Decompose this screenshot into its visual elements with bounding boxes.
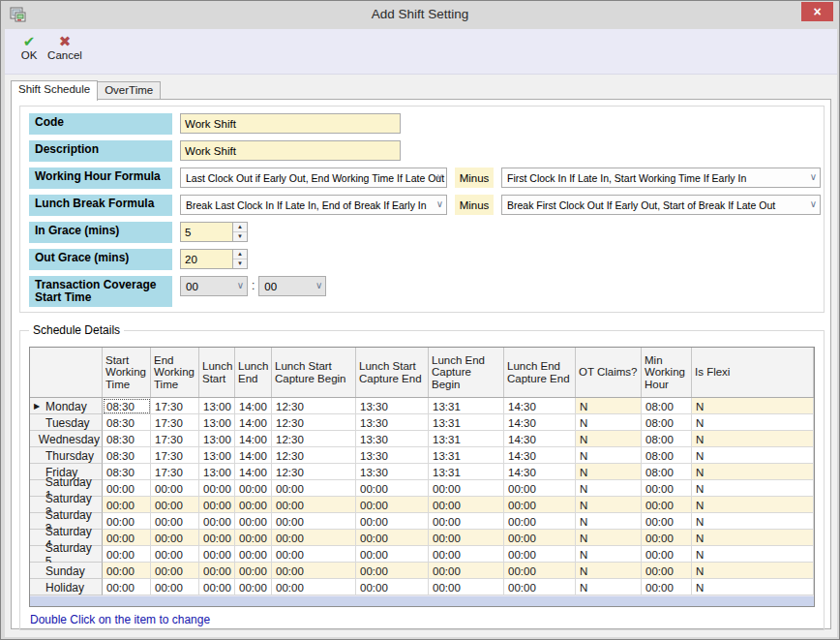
grid-cell[interactable]: N xyxy=(692,579,814,595)
grid-cell[interactable]: 00:00 xyxy=(199,480,235,497)
grid-cell[interactable]: N xyxy=(692,497,814,513)
grid-cell[interactable]: N xyxy=(576,431,642,447)
grid-cell[interactable]: 00:00 xyxy=(151,563,199,579)
grid-cell[interactable]: 00:00 xyxy=(151,530,199,546)
grid-cell[interactable]: 00:00 xyxy=(272,546,356,563)
grid-cell[interactable]: 12:30 xyxy=(272,464,356,480)
grid-cell[interactable]: 00:00 xyxy=(429,579,504,595)
grid-cell[interactable]: 17:30 xyxy=(151,464,199,480)
row-header[interactable]: Wednesday xyxy=(30,431,103,447)
grid-cell[interactable]: N xyxy=(576,447,642,464)
grid-cell[interactable]: 08:00 xyxy=(642,414,692,431)
grid-cell[interactable]: 00:00 xyxy=(103,563,151,579)
column-header[interactable]: Min Working Hour xyxy=(642,348,692,397)
grid-cell[interactable]: 00:00 xyxy=(151,513,199,530)
lunch-break-formula-in-select[interactable]: Break Last Clock In If Late In, End of B… xyxy=(180,195,447,215)
grid-cell[interactable]: 00:00 xyxy=(356,530,429,546)
grid-cell[interactable]: 17:30 xyxy=(151,431,199,447)
grid-cell[interactable]: 08:30 xyxy=(103,414,151,431)
grid-cell[interactable]: N xyxy=(692,546,814,563)
grid-cell[interactable]: N xyxy=(576,414,642,431)
column-header[interactable]: Lunch Start Capture Begin xyxy=(272,348,356,397)
grid-cell[interactable]: 00:00 xyxy=(103,546,151,563)
grid-cell[interactable]: N xyxy=(576,398,642,414)
grid-cell[interactable]: 00:00 xyxy=(429,530,504,546)
grid-cell[interactable]: 00:00 xyxy=(199,546,235,563)
grid-cell[interactable]: 00:00 xyxy=(429,563,504,579)
grid-cell[interactable]: 00:00 xyxy=(199,563,235,579)
grid-cell[interactable]: 13:31 xyxy=(429,398,504,414)
grid-cell[interactable]: 00:00 xyxy=(199,497,235,513)
row-header[interactable]: Saturday 5 xyxy=(30,546,103,563)
grid-cell[interactable]: 14:30 xyxy=(504,398,576,414)
grid-cell[interactable]: N xyxy=(692,464,814,480)
grid-cell[interactable]: 00:00 xyxy=(642,480,692,497)
spin-up-icon[interactable]: ▲ xyxy=(233,223,247,232)
grid-cell[interactable]: 00:00 xyxy=(235,480,272,497)
grid-cell[interactable]: 00:00 xyxy=(642,546,692,563)
grid-cell[interactable]: 08:30 xyxy=(103,464,151,480)
grid-cell[interactable]: 17:30 xyxy=(151,398,199,414)
working-hour-formula-in-select[interactable]: First Clock In If Late In, Start Working… xyxy=(501,168,821,188)
grid-cell[interactable]: 14:30 xyxy=(504,447,576,464)
code-input[interactable] xyxy=(180,113,401,134)
grid-cell[interactable]: 00:00 xyxy=(504,497,576,513)
column-header[interactable]: Lunch End Capture End xyxy=(504,348,576,397)
grid-cell[interactable]: 00:00 xyxy=(235,497,272,513)
column-header[interactable]: Lunch Start xyxy=(199,348,235,397)
grid-cell[interactable]: 08:00 xyxy=(642,431,692,447)
out-grace-input[interactable] xyxy=(180,249,232,269)
grid-cell[interactable]: 13:00 xyxy=(199,414,235,431)
grid-cell[interactable]: 17:30 xyxy=(151,447,199,464)
grid-cell[interactable]: 00:00 xyxy=(151,546,199,563)
grid-cell[interactable]: N xyxy=(692,414,814,431)
grid-cell[interactable]: 00:00 xyxy=(356,480,429,497)
grid-cell[interactable]: 00:00 xyxy=(272,530,356,546)
grid-cell[interactable]: 12:30 xyxy=(272,431,356,447)
grid-cell[interactable]: 13:30 xyxy=(356,431,429,447)
grid-cell[interactable]: 00:00 xyxy=(272,480,356,497)
grid-cell[interactable]: 08:00 xyxy=(642,464,692,480)
column-header[interactable]: Is Flexi xyxy=(692,348,814,397)
grid-cell[interactable]: N xyxy=(576,497,642,513)
grid-cell[interactable]: 13:00 xyxy=(199,431,235,447)
grid-cell[interactable]: 00:00 xyxy=(235,546,272,563)
grid-cell[interactable]: 17:30 xyxy=(151,414,199,431)
grid-cell[interactable]: 00:00 xyxy=(429,497,504,513)
grid-cell[interactable]: 00:00 xyxy=(504,530,576,546)
grid-cell[interactable]: 12:30 xyxy=(272,398,356,414)
grid-cell[interactable]: 00:00 xyxy=(356,497,429,513)
close-button[interactable]: × xyxy=(801,2,833,21)
grid-cell[interactable]: 13:00 xyxy=(199,464,235,480)
grid-cell[interactable]: 00:00 xyxy=(235,530,272,546)
grid-cell[interactable]: 13:31 xyxy=(429,464,504,480)
grid-cell[interactable]: 00:00 xyxy=(199,530,235,546)
description-input[interactable] xyxy=(180,140,401,161)
column-header[interactable]: Lunch Start Capture End xyxy=(356,348,429,397)
grid-cell[interactable]: 00:00 xyxy=(103,497,151,513)
grid-cell[interactable]: N xyxy=(576,464,642,480)
coverage-hour-select[interactable]: 00 ∨ xyxy=(180,276,248,296)
grid-cell[interactable]: N xyxy=(692,530,814,546)
spin-down-icon[interactable]: ▼ xyxy=(233,232,247,241)
grid-cell[interactable]: 00:00 xyxy=(151,497,199,513)
grid-cell[interactable]: 13:30 xyxy=(356,398,429,414)
grid-cell[interactable]: 13:31 xyxy=(429,414,504,431)
grid-cell[interactable]: 00:00 xyxy=(429,513,504,530)
grid-cell[interactable]: 00:00 xyxy=(429,546,504,563)
grid-cell[interactable]: 14:00 xyxy=(235,431,272,447)
in-grace-input[interactable] xyxy=(180,222,232,242)
grid-cell[interactable]: 13:31 xyxy=(429,431,504,447)
grid-cell[interactable]: 00:00 xyxy=(272,563,356,579)
tab-shift-schedule[interactable]: Shift Schedule xyxy=(11,80,98,101)
grid-cell[interactable]: 00:00 xyxy=(642,497,692,513)
grid-cell[interactable]: 00:00 xyxy=(356,579,429,595)
working-hour-formula-out-select[interactable]: Last Clock Out if Early Out, End Working… xyxy=(180,168,447,188)
grid-cell[interactable]: 00:00 xyxy=(642,530,692,546)
grid-cell[interactable]: 00:00 xyxy=(199,513,235,530)
grid-cell[interactable]: N xyxy=(692,431,814,447)
tab-overtime[interactable]: OverTime xyxy=(98,81,161,100)
grid-cell[interactable]: 00:00 xyxy=(103,579,151,595)
grid-cell[interactable]: 14:30 xyxy=(504,414,576,431)
grid-cell[interactable]: 00:00 xyxy=(504,579,576,595)
